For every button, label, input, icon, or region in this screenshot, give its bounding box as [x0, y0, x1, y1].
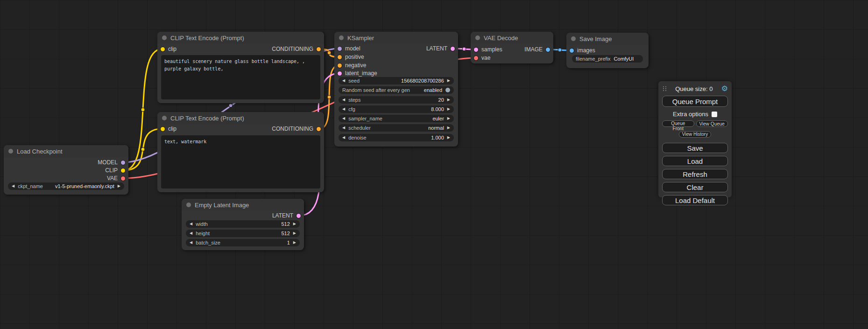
random-seed-toggle-widget[interactable]: Random seed after every gen enabled [339, 86, 454, 94]
sampler-name-widget[interactable]: ◀ sampler_name euler ▶ [339, 115, 454, 122]
positive-prompt-textarea[interactable]: beautiful scenery nature glass bottle la… [161, 55, 320, 99]
image-port-dot[interactable] [546, 48, 550, 52]
latent-port-dot[interactable] [338, 71, 342, 76]
refresh-button[interactable]: Refresh [662, 169, 728, 179]
view-queue-button[interactable]: View Queue [696, 120, 728, 127]
clip-port-dot[interactable] [161, 47, 165, 51]
port-label: clip [168, 46, 176, 52]
steps-widget[interactable]: ◀ steps 20 ▶ [339, 96, 454, 104]
stepper-right-icon[interactable]: ▶ [447, 117, 450, 120]
filename-prefix-widget[interactable]: filename_prefix ComfyUI [572, 55, 643, 63]
extra-options-checkbox[interactable] [712, 112, 717, 117]
stepper-left-icon[interactable]: ◀ [190, 231, 192, 235]
widget-value: 512 [281, 221, 289, 227]
stepper-left-icon[interactable]: ◀ [12, 184, 14, 188]
image-port-dot[interactable] [570, 49, 574, 53]
clip-port-dot[interactable] [121, 168, 125, 173]
cfg-widget[interactable]: ◀ cfg 8.000 ▶ [339, 105, 454, 113]
node-vae-decode[interactable]: VAE Decode samples vae IMAGE [471, 32, 553, 63]
negative-prompt-textarea[interactable]: text, watermark [161, 135, 320, 189]
ckpt-name-widget[interactable]: ◀ ckpt_name v1-5-pruned-emaonly.ckpt ▶ [8, 182, 124, 190]
stepper-left-icon[interactable]: ◀ [342, 107, 345, 111]
widget-value: 156680208700286 [401, 78, 444, 84]
width-widget[interactable]: ◀ width 512 ▶ [186, 220, 300, 228]
wire-midpoint-dot [462, 47, 466, 51]
stepper-right-icon[interactable]: ▶ [447, 107, 450, 111]
stepper-left-icon[interactable]: ◀ [190, 222, 192, 226]
collapse-dot[interactable] [8, 149, 13, 154]
stepper-left-icon[interactable]: ◀ [342, 126, 345, 130]
collapse-dot[interactable] [339, 35, 344, 40]
settings-gear-icon[interactable]: ⚙ [721, 85, 728, 92]
conditioning-port-dot[interactable] [338, 55, 342, 59]
view-history-button[interactable]: View History [679, 131, 711, 138]
denoise-widget[interactable]: ◀ denoise 1.000 ▶ [339, 134, 454, 141]
node-title-bar[interactable]: KSampler [334, 32, 458, 44]
stepper-right-icon[interactable]: ▶ [447, 79, 450, 83]
collapse-dot[interactable] [186, 203, 191, 207]
stepper-left-icon[interactable]: ◀ [342, 98, 345, 102]
stepper-right-icon[interactable]: ▶ [447, 136, 450, 140]
model-port-dot[interactable] [338, 47, 342, 51]
node-clip-text-encode-positive[interactable]: CLIP Text Encode (Prompt) clip CONDITION… [157, 32, 324, 103]
extra-options-row: Extra options [662, 111, 728, 118]
node-load-checkpoint[interactable]: Load Checkpoint MODEL CLIP VAE ◀ ckpt_na… [4, 145, 128, 195]
conditioning-port-dot[interactable] [338, 63, 342, 68]
wire-midpoint-dot [558, 48, 562, 52]
vae-port-dot[interactable] [474, 56, 478, 60]
stepper-right-icon[interactable]: ▶ [293, 231, 296, 235]
stepper-left-icon[interactable]: ◀ [190, 241, 192, 245]
port-label: clip [168, 126, 176, 132]
height-widget[interactable]: ◀ height 512 ▶ [186, 230, 300, 237]
batch-size-widget[interactable]: ◀ batch_size 1 ▶ [186, 239, 300, 246]
latent-port-dot[interactable] [451, 47, 455, 51]
drag-handle-icon[interactable] [663, 86, 667, 91]
collapse-dot[interactable] [162, 116, 167, 120]
stepper-right-icon[interactable]: ▶ [447, 126, 450, 130]
widget-value: 1 [287, 240, 290, 245]
stepper-left-icon[interactable]: ◀ [342, 117, 345, 120]
stepper-right-icon[interactable]: ▶ [293, 222, 296, 226]
model-port-dot[interactable] [121, 161, 125, 165]
conditioning-port-dot[interactable] [317, 47, 321, 51]
node-canvas[interactable]: Load Checkpoint MODEL CLIP VAE ◀ ckpt_na… [0, 0, 868, 329]
collapse-dot[interactable] [162, 35, 167, 40]
stepper-right-icon[interactable]: ▶ [293, 241, 296, 245]
node-title-bar[interactable]: Empty Latent Image [182, 199, 304, 211]
toggle-knob-icon[interactable] [445, 88, 450, 92]
node-save-image[interactable]: Save Image images filename_prefix ComfyU… [566, 33, 649, 68]
vae-port-dot[interactable] [121, 176, 125, 181]
load-default-button[interactable]: Load Default [662, 195, 728, 205]
queue-small-buttons-row: Queue Front View Queue [662, 120, 728, 127]
input-positive: positive [338, 53, 364, 61]
stepper-right-icon[interactable]: ▶ [447, 98, 450, 102]
port-label: model [345, 45, 360, 52]
conditioning-port-dot[interactable] [317, 127, 321, 131]
wire-midpoint-dot [229, 104, 233, 107]
node-title-bar[interactable]: Save Image [566, 33, 649, 45]
latent-port-dot[interactable] [296, 214, 301, 218]
node-ksampler[interactable]: KSampler model positive negative latent_… [334, 32, 458, 147]
load-button[interactable]: Load [662, 156, 728, 166]
output-image: IMAGE [524, 46, 550, 53]
latent-port-dot[interactable] [474, 48, 478, 52]
queue-front-button[interactable]: Queue Front [662, 120, 694, 127]
collapse-dot[interactable] [475, 35, 480, 40]
save-button[interactable]: Save [662, 143, 728, 153]
node-empty-latent-image[interactable]: Empty Latent Image LATENT ◀ width 512 ▶ … [182, 199, 304, 250]
queue-prompt-button[interactable]: Queue Prompt [662, 96, 728, 107]
node-title-bar[interactable]: CLIP Text Encode (Prompt) [157, 112, 324, 124]
clip-port-dot[interactable] [161, 127, 165, 131]
seed-widget[interactable]: ◀ seed 156680208700286 ▶ [339, 77, 454, 84]
node-title-bar[interactable]: VAE Decode [471, 32, 553, 44]
node-title-bar[interactable]: CLIP Text Encode (Prompt) [157, 32, 324, 44]
scheduler-widget[interactable]: ◀ scheduler normal ▶ [339, 124, 454, 132]
node-title-bar[interactable]: Load Checkpoint [4, 145, 128, 157]
collapse-dot[interactable] [571, 36, 576, 41]
clear-button[interactable]: Clear [662, 182, 728, 192]
stepper-left-icon[interactable]: ◀ [342, 136, 345, 140]
node-clip-text-encode-negative[interactable]: CLIP Text Encode (Prompt) clip CONDITION… [157, 112, 324, 192]
output-vae: VAE [107, 175, 125, 182]
stepper-left-icon[interactable]: ◀ [342, 79, 345, 83]
stepper-right-icon[interactable]: ▶ [118, 184, 120, 188]
